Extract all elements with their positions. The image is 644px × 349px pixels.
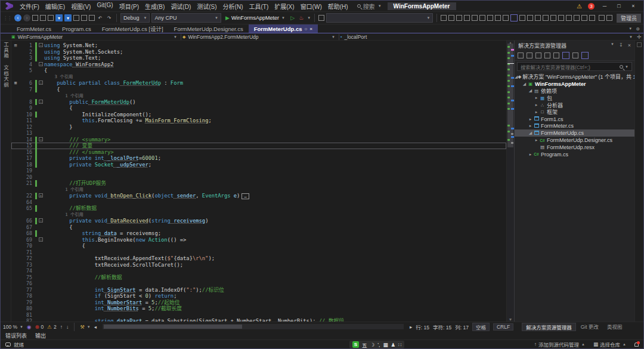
code-line[interactable]: 77 int SignStart = data.IndexOf(":");//标… [11,287,506,294]
profiler-icon[interactable] [472,15,478,21]
start-debug-button[interactable]: ▶WinFormsAppMeter▼ [223,15,287,21]
code-line[interactable]: 67 { [11,224,506,231]
text-case-icon[interactable] [543,15,549,21]
diff-window-icon[interactable] [487,15,493,21]
fold-marker[interactable]: + [38,193,44,199]
code-line[interactable]: 68 string data = receivemsg; [11,230,506,237]
nav-back-icon[interactable]: ‹ [14,14,21,21]
code-line[interactable]: 17 private int _localPort=60001; [11,155,506,162]
add-to-source-control-button[interactable]: ↑添加到源代码管理▲ [534,341,585,348]
scroll-down-icon[interactable]: ▼ [507,317,514,322]
debug-config-combo[interactable]: Debug▼ [120,13,150,23]
sync-active-document-icon[interactable] [535,52,541,58]
paste-icon[interactable] [89,15,95,21]
hscroll-right-icon[interactable]: ▸ [410,324,412,330]
tree-item-包[interactable]: ▸▦包 [515,94,634,101]
ime-logo-icon[interactable]: S [352,341,359,348]
breadcrumb-member[interactable]: ▪ _localPort▼ [340,34,635,40]
find-target-icon[interactable] [318,15,324,21]
uncomment-selection-icon[interactable] [581,15,587,21]
menu-item-窗口(W)[interactable]: 窗口(W) [298,2,325,11]
tree-item-Form1.cs[interactable]: ▸Form1.cs [515,116,634,123]
fold-box-icon[interactable]: − [39,62,43,66]
code-line[interactable]: 82 string dataPart = data.Substring(Sign… [11,318,506,322]
code-line[interactable]: 12 } [11,124,506,131]
pending-filter-icon[interactable] [527,52,532,58]
code-editor[interactable]: ▤1−using System.Net;2using System.Net.So… [11,41,514,322]
error-toolbox-icon[interactable] [464,15,470,21]
codelens-references[interactable]: 3 个引用 [44,74,73,79]
debug-shield-icon[interactable] [510,14,518,21]
code-line[interactable]: 10 InitializeComponent(); [11,112,506,118]
select-pointer-icon[interactable] [535,15,541,21]
menu-item-Git(G)[interactable]: Git(G) [94,2,116,11]
menu-item-测试(S)[interactable]: 测试(S) [194,2,219,11]
fold-marker[interactable]: − [38,99,44,106]
code-line[interactable]: 15 /// 变量 [11,143,506,149]
code-cleanup-icon[interactable]: ⚒▼ [80,324,91,330]
cut-icon[interactable] [73,15,79,21]
column-guide-icon[interactable] [589,15,595,21]
collapsed-panel-icon[interactable] [637,42,642,47]
code-line[interactable]: 2using System.Net.Sockets; [11,49,506,55]
hscroll-thumb[interactable] [104,325,242,329]
code-line[interactable]: 73 txtReceived.ScrollToCaret(); [11,262,506,268]
warning-count[interactable]: ⚠2 [47,324,56,330]
undo-icon[interactable]: ↶ [97,14,104,21]
copy-icon[interactable] [81,15,87,21]
fold-marker[interactable]: − [38,218,44,224]
codelens-references[interactable]: 1 个引用 [44,212,83,217]
close-icon[interactable]: × [628,42,631,48]
code-line[interactable]: 70 { [11,243,506,249]
menu-item-编辑(E)[interactable]: 编辑(E) [42,2,68,11]
close-button[interactable]: × [629,3,637,9]
code-line[interactable]: 4−namespace WinFormsApp2 [11,61,506,68]
live-share-icon[interactable] [606,15,612,21]
ime-grid-icon[interactable]: ∷ [398,342,401,348]
sync-selection-icon[interactable] [518,52,524,58]
tab-FormMeter.cs[interactable]: FormMeter.cs [11,24,57,33]
menu-item-扩展(X)[interactable]: 扩展(X) [271,2,297,11]
panel-tab-解决方案资源管理器[interactable]: 解决方案资源管理器 [522,323,576,331]
code-line[interactable]: 72 txtReceived.AppendText($"{data}\r\n")… [11,255,506,262]
send-feedback-icon[interactable] [599,15,605,21]
tree-item-FormMeterUdp.cs[interactable]: ◢FormMeterUdp.cs [515,129,634,137]
code-line[interactable]: ▤1−using System.Net; [11,42,506,49]
show-all-files-icon[interactable] [581,52,589,59]
split-window-button[interactable]: ✛ [635,34,643,40]
close-tab-icon[interactable]: × [309,26,312,32]
menu-item-调试(D)[interactable]: 调试(D) [168,2,194,11]
code-line[interactable]: 81 [11,312,506,319]
minimize-button[interactable]: ─ [600,3,609,9]
codelens-references[interactable]: 1 个引用 [44,187,83,192]
tree-item-依赖项[interactable]: ◢▤依赖项 [515,88,634,95]
menu-item-分析(N)[interactable]: 分析(N) [220,2,246,11]
dock-tab-输出[interactable]: 输出 [35,332,46,339]
properties-page-icon[interactable] [553,52,559,58]
ime-keyboard-icon[interactable]: ▦ [383,342,388,348]
indent-increase-icon[interactable] [566,15,572,21]
tree-item-Program.cs[interactable]: ▸C#Program.cs [515,151,634,158]
find-combo[interactable]: ▼ [326,13,434,23]
horizontal-scrollbar[interactable] [103,324,404,329]
eol-toggle[interactable]: CRLF [493,323,513,331]
code-line[interactable]: 18 private Socket _udpServer; [11,162,506,168]
preview-window-icon[interactable] [479,15,485,21]
codelens-row[interactable]: 3 个引用 [11,74,506,81]
tab-list-chevron-icon[interactable]: ▼ [628,27,632,30]
breadcrumb-project[interactable]: ▣ WinFormsAppMeter▼ [11,34,179,40]
code-line[interactable]: 78 if (SignStart < 0) return; [11,293,506,299]
codelens-row[interactable]: 1 个引用 [11,92,506,99]
expand-arrow-icon[interactable]: ▸ [534,103,539,107]
new-file-icon[interactable] [40,15,46,21]
menu-item-项目(P)[interactable]: 项目(P) [116,2,142,11]
code-line[interactable]: 74 [11,268,506,274]
comment-selection-icon[interactable] [574,15,580,21]
code-line[interactable]: 11 this.FormClosing += MainForm_FormClos… [11,118,506,124]
fold-marker[interactable]: − [38,61,44,68]
health-indicator-icon[interactable]: ◉ [27,324,31,330]
hot-reload-icon[interactable]: ♨ [298,14,305,21]
toolbar-grip[interactable]: ⋮⋮ [3,16,11,21]
code-line[interactable]: 22+ private void btnOpen_Click(object se… [11,193,506,199]
code-line[interactable]: 7 { [11,87,506,93]
